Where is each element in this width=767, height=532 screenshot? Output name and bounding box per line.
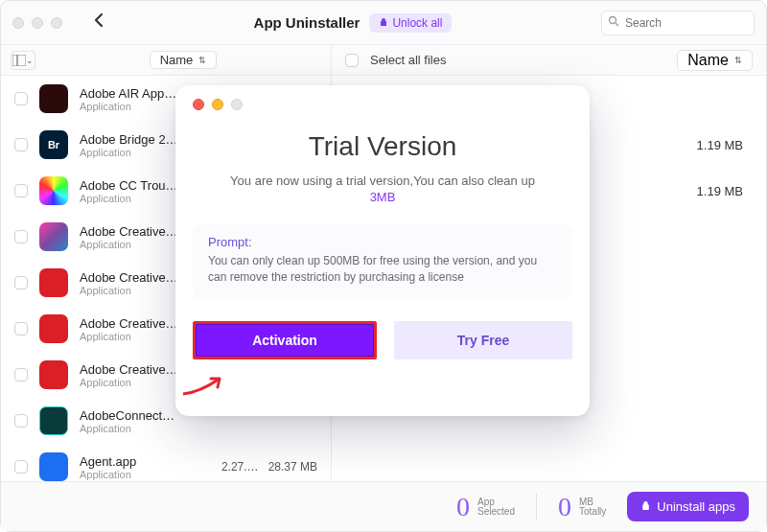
app-icon: [39, 84, 68, 113]
app-version: 2.27.…: [221, 460, 259, 474]
svg-point-0: [610, 16, 616, 23]
total-label: Totally: [579, 507, 606, 517]
footer-bar: 0 App Selected 0 MB Totally Uninstall ap…: [1, 481, 766, 531]
svg-rect-2: [12, 55, 17, 66]
modal-prompt-box: Prompt: You can only clean up 500MB for …: [193, 223, 572, 300]
columns-header: ⌄ Name ⇅ Select all files Name ⇅: [1, 45, 766, 76]
page-title: App Uninstaller: [254, 14, 360, 31]
uninstall-button[interactable]: Uninstall apps: [627, 492, 749, 521]
close-window-icon[interactable]: [12, 17, 24, 29]
prompt-body: You can only clean up 500MB for free usi…: [208, 253, 557, 287]
uninstall-label: Uninstall apps: [657, 499, 735, 514]
app-icon: [39, 314, 68, 343]
file-size: 1.19 MB: [676, 138, 743, 152]
lock-icon: [379, 16, 388, 30]
select-all-label: Select all files: [370, 53, 665, 67]
unlock-all-button[interactable]: Unlock all: [369, 13, 452, 33]
selected-stat: 0 App Selected: [456, 492, 515, 522]
activation-label: Activation: [252, 333, 317, 348]
app-checkbox[interactable]: [14, 276, 28, 289]
right-sort-button[interactable]: Name ⇅: [677, 50, 753, 71]
modal-desc-accent: 3MB: [193, 190, 572, 204]
modal-window-controls: [193, 99, 572, 110]
titlebar: App Uninstaller Unlock all: [1, 1, 766, 45]
total-stat: 0 MB Totally: [558, 492, 606, 522]
app-icon: [39, 268, 68, 297]
app-checkbox[interactable]: [14, 414, 28, 428]
selected-unit: App: [477, 497, 515, 507]
app-checkbox[interactable]: [14, 138, 28, 151]
app-size: 28.37 MB: [268, 460, 317, 474]
modal-title: Trial Version: [193, 131, 572, 162]
list-item[interactable]: Agent.appApplication2.27.…28.37 MB: [1, 444, 331, 481]
view-mode-toggle[interactable]: ⌄: [11, 51, 35, 70]
main-window: App Uninstaller Unlock all ⌄ Nam: [0, 0, 767, 532]
svg-rect-3: [17, 55, 26, 66]
app-icon: [39, 360, 68, 389]
back-button[interactable]: [93, 12, 105, 33]
selected-count: 0: [456, 492, 470, 522]
right-sort-label: Name: [687, 52, 729, 69]
app-icon: [39, 176, 68, 205]
activation-button[interactable]: Activation: [193, 321, 377, 359]
app-subtitle: Application: [80, 469, 210, 480]
app-subtitle: Application: [80, 423, 317, 434]
app-checkbox[interactable]: [14, 184, 28, 197]
divider: [536, 494, 537, 520]
app-checkbox[interactable]: [14, 322, 28, 335]
chevron-down-icon: ⌄: [26, 56, 34, 65]
try-free-button[interactable]: Try Free: [394, 321, 572, 359]
app-icon: [39, 222, 68, 251]
unlock-all-label: Unlock all: [392, 16, 442, 30]
trial-modal: Trial Version You are now using a trial …: [175, 85, 590, 416]
left-sort-label: Name: [160, 53, 194, 67]
modal-minimize-icon[interactable]: [212, 99, 223, 110]
select-all-checkbox[interactable]: [345, 54, 359, 67]
svg-line-1: [616, 23, 618, 26]
app-checkbox[interactable]: [14, 92, 28, 105]
total-count: 0: [558, 492, 571, 522]
app-checkbox[interactable]: [14, 230, 28, 243]
try-free-label: Try Free: [457, 333, 509, 348]
modal-zoom-icon: [231, 99, 243, 110]
search-icon: [608, 15, 619, 30]
sort-caret-icon: ⇅: [734, 56, 742, 65]
minimize-window-icon[interactable]: [32, 17, 43, 29]
left-sort-button[interactable]: Name ⇅: [150, 51, 218, 69]
total-unit: MB: [579, 497, 606, 507]
file-size: 1.19 MB: [676, 184, 743, 198]
modal-description: You are now using a trial version,You ca…: [193, 173, 572, 204]
sort-caret-icon: ⇅: [198, 56, 206, 65]
selected-label: Selected: [477, 507, 515, 517]
app-icon: [39, 452, 68, 481]
app-icon: Br: [39, 130, 68, 159]
window-controls: [12, 17, 62, 29]
app-name: Agent.app: [80, 454, 210, 469]
search-input[interactable]: [601, 11, 755, 35]
app-icon: [39, 406, 68, 435]
app-checkbox[interactable]: [14, 460, 28, 474]
prompt-heading: Prompt:: [208, 235, 557, 249]
lock-icon: [640, 499, 651, 514]
modal-close-icon[interactable]: [193, 99, 204, 110]
zoom-window-icon[interactable]: [51, 17, 62, 29]
app-checkbox[interactable]: [14, 368, 28, 382]
modal-desc-line: You are now using a trial version,You ca…: [230, 173, 535, 188]
